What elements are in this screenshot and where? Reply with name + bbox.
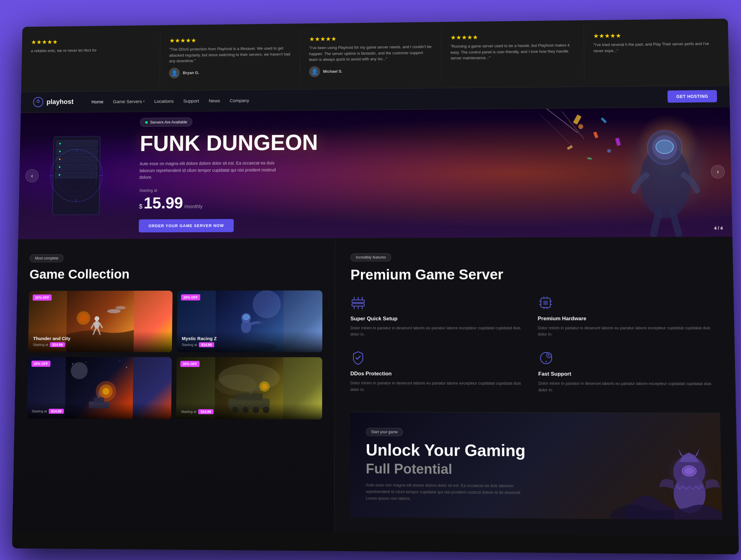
svg-rect-23 [56,164,97,170]
svg-rect-20 [56,140,98,147]
reviewer: 👤 Bryan G. [169,66,290,78]
shield-icon [350,350,366,366]
game-card-3[interactable]: 20% OFF Starting at $14.99 [27,357,172,419]
svg-rect-72 [235,393,263,400]
feature-title: DDos Protection [350,371,529,377]
nav-link-support[interactable]: Support [183,98,199,104]
feature-desc: Dolor minim in pariatur in deserunt labo… [538,325,719,337]
svg-point-44 [107,309,121,313]
svg-rect-10 [601,117,607,123]
logo-icon [33,97,44,108]
discount-badge: 20% OFF [31,361,51,367]
starting-at: Starting at [32,409,47,413]
server-badge-text: Servers Are Available [150,120,187,125]
starting-at-label: Starting at [139,187,318,193]
feature-support: ? Fast Support Dolor minim in pariatur i… [538,350,720,394]
game-price: $14.99 [198,409,214,414]
support-icon: ? [538,350,554,366]
premium-title: Premium Game Server [350,265,718,283]
feature-title: Super Quick Setup [350,315,528,321]
game-collection: Scroll to top Most complete Game Collect… [12,238,335,533]
review-text: "I've been using Playhost for my game se… [309,44,432,63]
game-card-info: Thunder and City Starting at $14.99 [28,331,172,352]
hero-next-button[interactable]: › [711,165,725,178]
unlock-section: Start your game Unlock Your Gaming Full … [350,412,722,520]
price-amount: 15.99 [144,194,183,212]
price-period: /monthly [184,204,203,209]
svg-point-15 [607,149,611,152]
game-card-mystic-racing[interactable]: 20% OFF Mystic Racing Z Starting at $14.… [177,290,323,352]
svg-rect-53 [260,321,266,324]
svg-rect-24 [56,172,97,178]
unlock-description: Aute esse non magna elit dolore dolore d… [366,482,523,503]
discount-badge: 20% OFF [180,361,200,367]
price-display: $ 15.99 /monthly [139,193,318,212]
feature-title: Premium Hardware [538,315,719,322]
nav-cta-button[interactable]: GET HOSTING [668,90,717,103]
review-text: "The DDoS protection from Playhost is a … [169,45,291,64]
review-card: ★★★★★ "I've tried several h the past, an… [584,25,729,80]
svg-point-49 [253,290,280,318]
game-collection-title: Game Collection [29,266,322,282]
nav-link-news[interactable]: News [209,98,220,103]
hero-content: Servers Are Available FUNK DUNGEON Aute … [114,107,342,239]
game-price: $14.99 [199,342,214,347]
unlock-title: Unlock Your Gaming Full Potential [366,441,705,479]
svg-line-18 [540,114,572,145]
game-title: Mystic Racing Z [182,336,317,341]
game-card-info: Mystic Racing Z Starting at $14.99 [177,331,322,352]
svg-rect-9 [593,131,598,138]
hero-title: FUNK DUNGEON [140,132,318,155]
nav-links: Home Game Servers ▾ Locations Support Ne… [91,94,668,104]
star-rating: ★★★★★ [309,34,431,43]
price-row: Starting at $14.99 [181,409,317,414]
svg-rect-62 [94,397,104,403]
review-text: a reliable ents, we re never let rfect f… [31,47,151,54]
svg-rect-13 [587,157,592,160]
feature-desc: Dolor minim in pariatur in deserunt labo… [350,325,529,338]
discount-badge: 20% OFF [181,294,200,300]
avatar: 👤 [309,66,320,77]
svg-rect-12 [567,145,573,150]
svg-point-52 [243,315,249,320]
game-card-4[interactable]: 20% OFF Starting at $14.99 [176,357,322,420]
price-row: Starting at $14.99 [32,409,166,414]
reviewer-name: Bryan G. [183,70,199,75]
unlock-badge: Start your game [366,428,403,436]
svg-rect-8 [573,114,582,124]
game-price: $14.99 [49,409,64,414]
svg-point-101 [545,361,546,362]
game-card-thunder-city[interactable]: 20% OFF Thunder and City Starting at $14… [28,290,173,352]
unlock-content: Start your game Unlock Your Gaming Full … [366,428,706,504]
main-content: Scroll to top Most complete Game Collect… [12,237,739,536]
chevron-down-icon: ▾ [143,100,145,103]
main-wrapper: ★★★★★ a reliable ents, we re never let r… [12,18,739,554]
current-slide: 4 [714,226,717,231]
premium-badge: Incredibly features [350,253,391,261]
nav-link-locations[interactable]: Locations [154,98,174,104]
nav-link-company[interactable]: Company [230,98,249,103]
svg-rect-80 [352,300,364,302]
game-card-info: Starting at $14.99 [27,402,172,419]
star-rating: ★★★★★ [169,36,290,44]
logo[interactable]: playhost [33,97,73,108]
game-title: Thunder and City [33,336,167,341]
nav-link-home[interactable]: Home [91,99,104,104]
order-button[interactable]: ORDER YOUR GAME SERVER NOW [139,219,234,233]
star-rating: ★★★★★ [31,38,151,46]
feature-desc: Dolor minim in pariatur in deserunt labo… [538,380,720,394]
setup-icon [350,295,366,310]
review-card: ★★★★★ a reliable ents, we re never let r… [21,31,160,86]
hero-graphic [335,107,733,238]
feature-desc: Dolor minim in pariatur in deserunt labo… [350,380,529,393]
svg-rect-22 [56,156,97,163]
reviewer-name: Michael S. [323,69,342,73]
hardware-icon [538,295,553,310]
nav-link-game-servers[interactable]: Game Servers ▾ [113,99,145,104]
svg-line-16 [546,108,578,133]
svg-text:?: ? [547,354,549,357]
avatar: 👤 [169,67,180,78]
hero-section: Servers Are Available FUNK DUNGEON Aute … [18,107,732,239]
game-collection-badge: Most complete [29,254,64,262]
price-row: Starting at $14.99 [33,342,167,347]
